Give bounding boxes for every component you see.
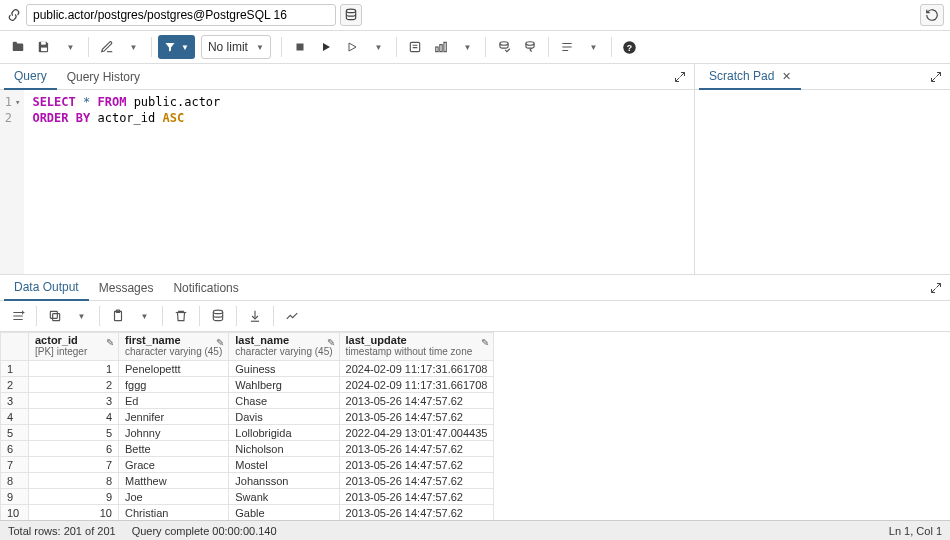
rollback-button[interactable] [518,35,542,59]
cell-last-update[interactable]: 2013-05-26 14:47:57.62 [339,457,494,473]
save-data-button[interactable] [206,304,230,328]
macros-button[interactable] [555,35,579,59]
edit-column-icon[interactable]: ✎ [216,337,224,348]
cell-last-name[interactable]: Johansson [229,473,339,489]
cell-last-update[interactable]: 2013-05-26 14:47:57.62 [339,473,494,489]
filter-button[interactable]: ▼ [158,35,195,59]
tab-query[interactable]: Query [4,64,57,90]
row-number[interactable]: 10 [1,505,29,521]
cell-last-update[interactable]: 2013-05-26 14:47:57.62 [339,489,494,505]
row-number[interactable]: 9 [1,489,29,505]
column-header[interactable]: last_namecharacter varying (45)✎ [229,333,339,361]
table-row[interactable]: 33EdChase2013-05-26 14:47:57.62 [1,393,494,409]
cell-last-update[interactable]: 2024-02-09 11:17:31.661708 [339,377,494,393]
cell-actor-id[interactable]: 2 [29,377,119,393]
table-row[interactable]: 55JohnnyLollobrigida2022-04-29 13:01:47.… [1,425,494,441]
analyze-dropdown[interactable]: ▼ [455,35,479,59]
paste-button[interactable] [106,304,130,328]
row-number[interactable]: 8 [1,473,29,489]
cell-actor-id[interactable]: 10 [29,505,119,521]
graph-visualizer-button[interactable] [280,304,304,328]
cell-actor-id[interactable]: 6 [29,441,119,457]
cell-first-name[interactable]: Bette [119,441,229,457]
cell-last-name[interactable]: Davis [229,409,339,425]
cell-first-name[interactable]: Ed [119,393,229,409]
cell-last-name[interactable]: Mostel [229,457,339,473]
cell-last-name[interactable]: Swank [229,489,339,505]
analyze-button[interactable] [429,35,453,59]
commit-button[interactable] [492,35,516,59]
scratch-body[interactable] [695,90,950,274]
expand-results-icon[interactable] [926,280,946,296]
cell-last-update[interactable]: 2013-05-26 14:47:57.62 [339,393,494,409]
cell-first-name[interactable]: Penelopettt [119,361,229,377]
table-row[interactable]: 1010ChristianGable2013-05-26 14:47:57.62 [1,505,494,521]
cell-last-name[interactable]: Wahlberg [229,377,339,393]
row-number[interactable]: 3 [1,393,29,409]
column-header[interactable]: last_updatetimestamp without time zone✎ [339,333,494,361]
cell-last-name[interactable]: Chase [229,393,339,409]
macros-dropdown[interactable]: ▼ [581,35,605,59]
edit-column-icon[interactable]: ✎ [106,337,114,348]
cell-first-name[interactable]: Johnny [119,425,229,441]
cell-actor-id[interactable]: 4 [29,409,119,425]
cell-actor-id[interactable]: 3 [29,393,119,409]
edit-column-icon[interactable]: ✎ [327,337,335,348]
row-number[interactable]: 4 [1,409,29,425]
cell-actor-id[interactable]: 1 [29,361,119,377]
cell-first-name[interactable]: Grace [119,457,229,473]
tab-messages[interactable]: Messages [89,276,164,300]
download-button[interactable] [243,304,267,328]
delete-row-button[interactable] [169,304,193,328]
table-row[interactable]: 88MatthewJohansson2013-05-26 14:47:57.62 [1,473,494,489]
cell-last-update[interactable]: 2013-05-26 14:47:57.62 [339,409,494,425]
column-header[interactable]: actor_id[PK] integer✎ [29,333,119,361]
cell-last-name[interactable]: Nicholson [229,441,339,457]
row-number[interactable]: 5 [1,425,29,441]
editor-code[interactable]: SELECT * FROM public.actor ORDER BY acto… [24,90,694,274]
cell-last-update[interactable]: 2013-05-26 14:47:57.62 [339,505,494,521]
reset-layout-button[interactable] [920,4,944,26]
row-number[interactable]: 2 [1,377,29,393]
stop-button[interactable] [288,35,312,59]
cell-actor-id[interactable]: 7 [29,457,119,473]
cell-first-name[interactable]: Jennifer [119,409,229,425]
expand-editor-icon[interactable] [670,69,690,85]
sql-editor[interactable]: 1▾ 2 SELECT * FROM public.actor ORDER BY… [0,90,694,274]
cell-first-name[interactable]: Matthew [119,473,229,489]
tab-query-history[interactable]: Query History [57,65,150,89]
cell-first-name[interactable]: Joe [119,489,229,505]
edit-column-icon[interactable]: ✎ [481,337,489,348]
save-dropdown[interactable]: ▼ [58,35,82,59]
row-number[interactable]: 7 [1,457,29,473]
cell-last-update[interactable]: 2024-02-09 11:17:31.661708 [339,361,494,377]
edit-dropdown[interactable]: ▼ [121,35,145,59]
table-row[interactable]: 11PenelopetttGuiness2024-02-09 11:17:31.… [1,361,494,377]
row-number[interactable]: 6 [1,441,29,457]
execute-options-button[interactable] [340,35,364,59]
connection-input[interactable] [26,4,336,26]
close-icon[interactable]: ✕ [782,70,791,82]
paste-dropdown[interactable]: ▼ [132,304,156,328]
table-row[interactable]: 44JenniferDavis2013-05-26 14:47:57.62 [1,409,494,425]
server-button[interactable] [340,4,362,26]
cell-first-name[interactable]: Christian [119,505,229,521]
table-row[interactable]: 99JoeSwank2013-05-26 14:47:57.62 [1,489,494,505]
edit-button[interactable] [95,35,119,59]
copy-button[interactable] [43,304,67,328]
execute-button[interactable] [314,35,338,59]
results-grid[interactable]: actor_id[PK] integer✎first_namecharacter… [0,332,950,520]
table-row[interactable]: 77GraceMostel2013-05-26 14:47:57.62 [1,457,494,473]
row-number[interactable]: 1 [1,361,29,377]
cell-last-name[interactable]: Gable [229,505,339,521]
cell-actor-id[interactable]: 9 [29,489,119,505]
cell-actor-id[interactable]: 8 [29,473,119,489]
explain-button[interactable] [403,35,427,59]
cell-last-name[interactable]: Guiness [229,361,339,377]
help-button[interactable]: ? [618,35,642,59]
copy-dropdown[interactable]: ▼ [69,304,93,328]
cell-last-name[interactable]: Lollobrigida [229,425,339,441]
cell-last-update[interactable]: 2022-04-29 13:01:47.004435 [339,425,494,441]
add-row-button[interactable] [6,304,30,328]
tab-notifications[interactable]: Notifications [163,276,248,300]
